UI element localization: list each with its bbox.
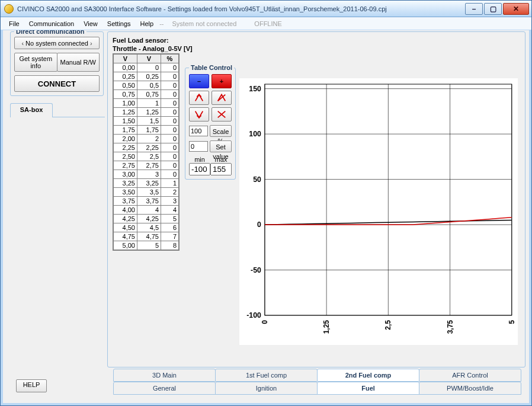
table-cell[interactable]: 4,5 xyxy=(137,223,161,232)
maximize-button[interactable]: ▢ xyxy=(484,3,502,15)
table-cell[interactable]: 0 xyxy=(161,63,179,72)
menu-settings[interactable]: Settings xyxy=(102,19,136,28)
table-cell[interactable]: 0 xyxy=(137,63,161,72)
table-cell[interactable]: 0,50 xyxy=(114,81,137,90)
tab-general[interactable]: General xyxy=(113,382,216,395)
arrow-up-left-button[interactable] xyxy=(189,91,209,105)
arrow-down-left-button[interactable] xyxy=(189,107,209,122)
table-cell[interactable]: 3 xyxy=(161,197,179,206)
table-cell[interactable]: 0 xyxy=(161,170,179,179)
table-row[interactable]: 2,502,50 xyxy=(114,152,179,161)
table-row[interactable]: 3,253,251 xyxy=(114,179,179,188)
table-cell[interactable]: 4,75 xyxy=(137,232,161,241)
table-cell[interactable]: 0,00 xyxy=(114,63,137,72)
table-cell[interactable]: 0,25 xyxy=(114,72,137,81)
table-cell[interactable]: 5 xyxy=(161,215,179,223)
menu-file[interactable]: File xyxy=(4,19,24,28)
table-cell[interactable]: 1 xyxy=(161,179,179,188)
table-cell[interactable]: 0 xyxy=(161,126,179,135)
scale-input[interactable] xyxy=(189,126,208,136)
table-row[interactable]: 1,501,50 xyxy=(114,117,179,126)
table-cell[interactable]: 2,50 xyxy=(114,152,137,161)
tab-pwm-boost-idle[interactable]: PWM/Boost/Idle xyxy=(419,382,521,395)
arrow-up-right-button[interactable] xyxy=(211,91,232,105)
tab-3d-main[interactable]: 3D Main xyxy=(113,369,216,382)
system-dropdown[interactable]: No system connected xyxy=(14,37,100,49)
table-cell[interactable]: 0 xyxy=(161,72,179,81)
table-row[interactable]: 2,252,250 xyxy=(114,143,179,152)
data-table[interactable]: VV% 0,00000,250,2500,500,500,750,7501,00… xyxy=(113,53,180,251)
table-cell[interactable]: 6 xyxy=(161,223,179,232)
decrement-button[interactable]: – xyxy=(189,74,209,88)
increment-button[interactable]: + xyxy=(211,74,232,88)
table-cell[interactable]: 2 xyxy=(137,135,161,143)
table-row[interactable]: 4,0044 xyxy=(114,206,179,215)
table-cell[interactable]: 1,75 xyxy=(114,126,137,135)
table-cell[interactable]: 5,00 xyxy=(114,241,137,250)
table-cell[interactable]: 0 xyxy=(161,135,179,143)
table-cell[interactable]: 2,00 xyxy=(114,135,137,143)
table-cell[interactable]: 3,75 xyxy=(137,197,161,206)
table-row[interactable]: 2,0020 xyxy=(114,135,179,143)
table-cell[interactable]: 3,25 xyxy=(114,179,137,188)
table-cell[interactable]: 3 xyxy=(137,170,161,179)
table-cell[interactable]: 2 xyxy=(161,188,179,197)
max-input[interactable] xyxy=(210,163,232,175)
set-value-input[interactable] xyxy=(189,141,208,152)
minimize-button[interactable]: – xyxy=(465,3,483,15)
close-button[interactable]: ✕ xyxy=(503,3,529,15)
table-row[interactable]: 1,0010 xyxy=(114,99,179,108)
manual-rw-button[interactable]: Manual R/W xyxy=(57,53,100,72)
table-row[interactable]: 4,754,757 xyxy=(114,232,179,241)
scale-button[interactable]: Scale % xyxy=(210,125,232,137)
table-row[interactable]: 0,750,750 xyxy=(114,90,179,99)
table-cell[interactable]: 0 xyxy=(161,161,179,170)
set-value-button[interactable]: Set value xyxy=(210,140,232,152)
table-row[interactable]: 5,0058 xyxy=(114,241,179,250)
table-row[interactable]: 0,500,50 xyxy=(114,81,179,90)
help-button[interactable]: HELP xyxy=(16,379,47,392)
table-cell[interactable]: 0 xyxy=(161,81,179,90)
table-cell[interactable]: 1,5 xyxy=(137,117,161,126)
table-row[interactable]: 3,503,52 xyxy=(114,188,179,197)
table-row[interactable]: 1,251,250 xyxy=(114,108,179,117)
table-cell[interactable]: 3,75 xyxy=(114,197,137,206)
sa-box-tab[interactable]: SA-box xyxy=(10,103,53,117)
table-cell[interactable]: 2,25 xyxy=(114,143,137,152)
table-cell[interactable]: 0 xyxy=(161,108,179,117)
connect-button[interactable]: CONNECT xyxy=(14,75,100,92)
table-cell[interactable]: 3,25 xyxy=(137,179,161,188)
tab-ignition[interactable]: Ignition xyxy=(215,382,318,395)
table-cell[interactable]: 2,75 xyxy=(114,161,137,170)
table-cell[interactable]: 0,75 xyxy=(114,90,137,99)
table-row[interactable]: 4,504,56 xyxy=(114,223,179,232)
table-cell[interactable]: 1 xyxy=(137,99,161,108)
table-cell[interactable]: 4,75 xyxy=(114,232,137,241)
table-cell[interactable]: 1,75 xyxy=(137,126,161,135)
table-cell[interactable]: 3,00 xyxy=(114,170,137,179)
table-cell[interactable]: 0 xyxy=(161,117,179,126)
table-cell[interactable]: 4 xyxy=(137,206,161,215)
menu-view[interactable]: View xyxy=(79,19,102,28)
menu-communication[interactable]: Communication xyxy=(24,19,79,28)
table-cell[interactable]: 0,25 xyxy=(137,72,161,81)
table-cell[interactable]: 3,5 xyxy=(137,188,161,197)
table-cell[interactable]: 0 xyxy=(161,90,179,99)
tab-afr-control[interactable]: AFR Control xyxy=(419,369,521,382)
table-row[interactable]: 1,751,750 xyxy=(114,126,179,135)
table-cell[interactable]: 4,25 xyxy=(137,215,161,223)
table-row[interactable]: 0,0000 xyxy=(114,63,179,72)
table-cell[interactable]: 0 xyxy=(161,99,179,108)
table-cell[interactable]: 1,25 xyxy=(114,108,137,117)
table-cell[interactable]: 4 xyxy=(161,206,179,215)
get-system-info-button[interactable]: Get system info xyxy=(14,53,57,72)
table-row[interactable]: 3,0030 xyxy=(114,170,179,179)
table-cell[interactable]: 4,50 xyxy=(114,223,137,232)
tab-1st-fuel-comp[interactable]: 1st Fuel comp xyxy=(215,369,318,382)
table-cell[interactable]: 5 xyxy=(137,241,161,250)
table-cell[interactable]: 7 xyxy=(161,232,179,241)
table-row[interactable]: 4,254,255 xyxy=(114,215,179,223)
table-cell[interactable]: 1,50 xyxy=(114,117,137,126)
table-cell[interactable]: 2,5 xyxy=(137,152,161,161)
min-input[interactable] xyxy=(189,163,210,175)
